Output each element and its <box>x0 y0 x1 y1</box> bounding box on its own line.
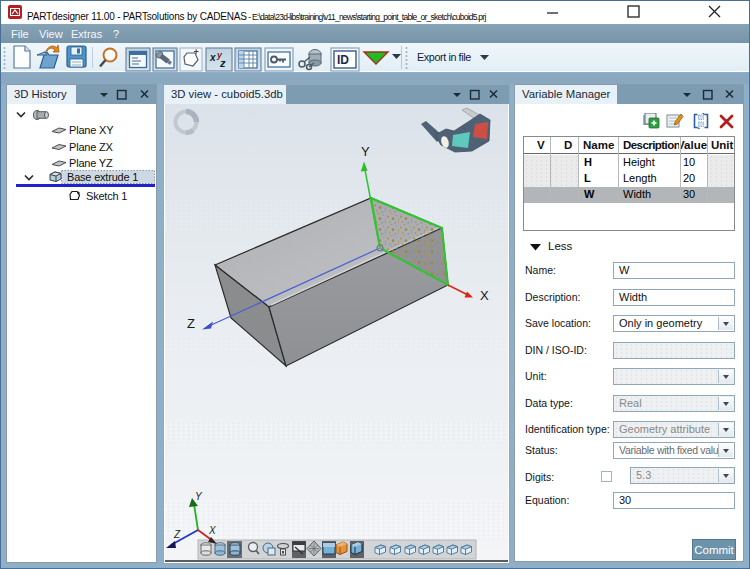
svg-text:z: z <box>219 57 226 69</box>
svg-text:x: x <box>209 52 216 63</box>
svg-text:X: X <box>208 525 216 536</box>
svg-text:X: X <box>480 288 489 303</box>
svg-text:Z: Z <box>173 529 181 540</box>
svg-text:ID: ID <box>337 53 349 67</box>
svg-text:Z: Z <box>187 316 195 331</box>
svg-text:Y: Y <box>361 144 370 159</box>
